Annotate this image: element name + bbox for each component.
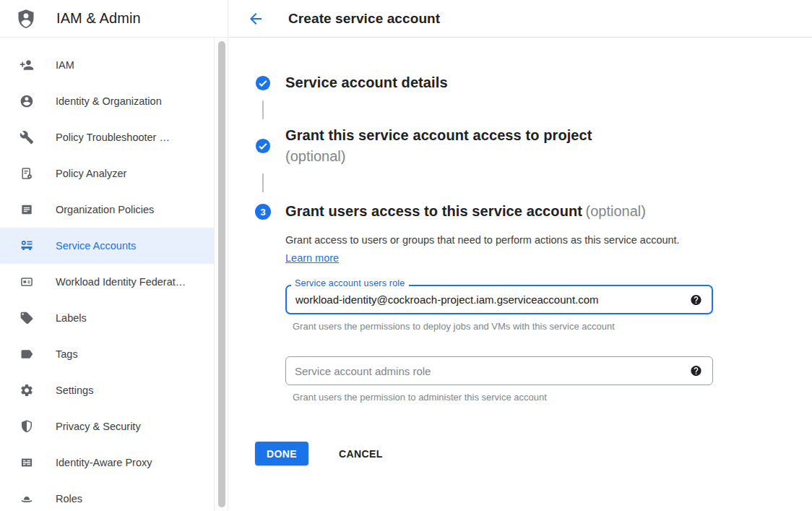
person-circle-icon [20, 94, 34, 108]
sidebar-item-identity-organization[interactable]: Identity & Organization [0, 83, 215, 119]
sidebar-header: IAM & Admin [0, 0, 228, 38]
label-arrow-icon [20, 347, 34, 361]
page-header: Create service account [228, 0, 812, 38]
admins-role-helper-text: Grant users the permission to administer… [293, 392, 812, 403]
sidebar-item-privacy-security[interactable]: Privacy & Security [0, 408, 215, 445]
hat-icon [20, 491, 34, 506]
users-role-label: Service account users role [291, 278, 409, 288]
sidebar-item-settings[interactable]: Settings [0, 372, 215, 408]
admins-role-field [285, 356, 713, 385]
step-1-check-icon [255, 75, 271, 91]
sidebar-item-label: Identity & Organization [56, 95, 162, 107]
iam-shield-person-icon [15, 8, 37, 30]
gcp-console: IAM & Admin IAM Identity & Organization … [0, 0, 812, 511]
sidebar-title: IAM & Admin [56, 10, 141, 27]
step-connector [262, 100, 264, 119]
sidebar-item-label: Tags [56, 348, 78, 360]
sidebar-item-iam[interactable]: IAM [0, 47, 215, 83]
sidebar-item-workload-identity-federat[interactable]: Workload Identity Federat… [0, 264, 215, 300]
step-1-title: Service account details [285, 74, 448, 90]
admins-role-input[interactable] [285, 356, 713, 385]
sidebar-item-label: Labels [56, 312, 87, 324]
cancel-button[interactable]: CANCEL [333, 442, 389, 465]
step-2-title: Grant this service account access to pro… [285, 125, 592, 146]
step-2-check-icon [255, 138, 271, 154]
users-role-input[interactable] [285, 285, 713, 314]
sidebar-item-policy-troubleshooter[interactable]: Policy Troubleshooter … [0, 119, 215, 155]
users-role-field: Service account users role [285, 285, 713, 314]
step-3-number-badge: 3 [255, 204, 271, 220]
doc-gear-icon [20, 166, 34, 181]
description-text: Grant access to users or groups that nee… [285, 234, 680, 246]
arrow-back-icon [247, 10, 264, 27]
iam-admin-sidebar: IAM & Admin IAM Identity & Organization … [0, 0, 228, 511]
step-2-grant-access-to-project: Grant this service account access to pro… [255, 125, 812, 167]
sidebar-nav: IAM Identity & Organization Policy Troub… [0, 38, 215, 511]
half-shield-icon [20, 419, 34, 434]
step-3-optional-label: (optional) [586, 203, 646, 219]
sidebar-item-service-accounts[interactable]: Service Accounts [0, 228, 215, 264]
sidebar-item-labels[interactable]: Labels [0, 300, 215, 336]
sidebar-item-label: Identity-Aware Proxy [56, 457, 152, 468]
step-2-optional-label: (optional) [285, 146, 592, 167]
sidebar-item-identity-aware-proxy[interactable]: Identity-Aware Proxy [0, 445, 215, 481]
wizard: Service account details Grant this servi… [228, 38, 812, 465]
sidebar-item-label: Policy Analyzer [56, 168, 126, 179]
sidebar-item-organization-policies[interactable]: Organization Policies [0, 192, 215, 228]
list-doc-icon [20, 202, 34, 217]
wrench-icon [20, 130, 34, 145]
sidebar-item-label: Organization Policies [56, 204, 154, 215]
help-icon[interactable] [690, 365, 702, 377]
tag-icon [20, 311, 34, 325]
step-3-grant-users-access: 3 Grant users access to this service acc… [255, 201, 812, 223]
sidebar-item-label: Privacy & Security [56, 421, 141, 432]
main-panel: Create service account Service account d… [228, 0, 812, 511]
sidebar-scrollbar-track [214, 38, 227, 511]
step-3-title: Grant users access to this service accou… [285, 203, 582, 219]
back-button[interactable] [247, 10, 264, 27]
service-account-icon [20, 239, 34, 253]
gear-icon [20, 383, 34, 398]
sidebar-item-label: IAM [56, 59, 74, 71]
page-title: Create service account [288, 11, 440, 27]
sidebar-item-tags[interactable]: Tags [0, 336, 215, 372]
proxy-icon [20, 455, 34, 470]
step-connector [262, 173, 264, 192]
sidebar-item-policy-analyzer[interactable]: Policy Analyzer [0, 155, 215, 192]
step-3-description: Grant access to users or groups that nee… [285, 231, 691, 267]
sidebar-item-roles[interactable]: Roles [0, 481, 215, 511]
done-button[interactable]: DONE [255, 442, 308, 465]
sidebar-item-label: Settings [56, 385, 93, 396]
person-add-icon [20, 58, 34, 72]
sidebar-item-label: Roles [56, 493, 82, 504]
sidebar-scrollbar-thumb[interactable] [218, 41, 225, 507]
learn-more-link[interactable]: Learn more [285, 252, 339, 264]
step-1-service-account-details: Service account details [255, 72, 812, 94]
id-card-icon [20, 275, 34, 289]
users-role-helper-text: Grant users the permissions to deploy jo… [293, 321, 812, 332]
sidebar-item-label: Service Accounts [56, 240, 136, 252]
sidebar-item-label: Workload Identity Federat… [56, 276, 186, 288]
help-icon[interactable] [690, 293, 702, 306]
sidebar-item-label: Policy Troubleshooter … [56, 132, 170, 143]
